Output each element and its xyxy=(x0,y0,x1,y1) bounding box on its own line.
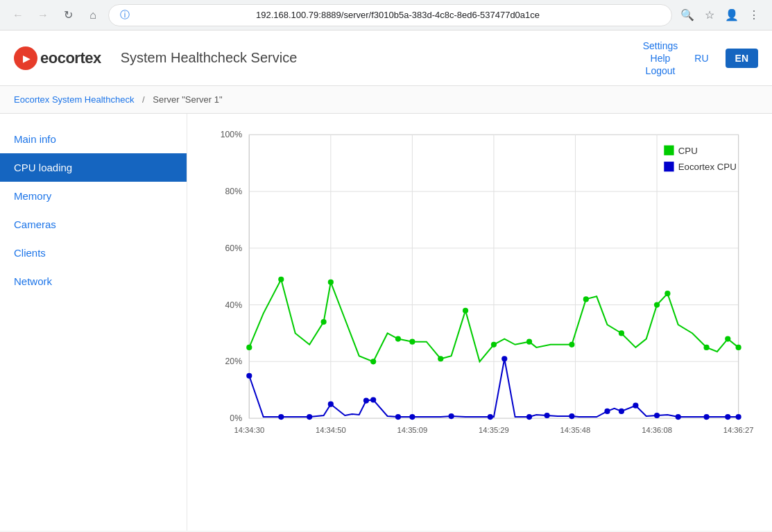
cpu-chart: 100% 80% 60% 40% 20% 0% 14:34:30 14:34:5… xyxy=(201,128,758,447)
chart-area: 100% 80% 60% 40% 20% 0% 14:34:30 14:34:5… xyxy=(187,114,772,531)
home-button[interactable]: ⌂ xyxy=(83,6,103,25)
cpu-point xyxy=(664,291,670,296)
header-nav: Settings Help Logout RU EN xyxy=(643,40,758,76)
breadcrumb-home[interactable]: Eocortex System Healthcheck xyxy=(14,94,134,105)
sidebar: Main info CPU loading Memory Cameras Cli… xyxy=(0,114,187,531)
eocortex-cpu-point xyxy=(654,413,660,418)
lang-ru-button[interactable]: RU xyxy=(689,50,714,67)
forward-button[interactable]: → xyxy=(33,6,53,25)
help-link[interactable]: Help xyxy=(651,53,671,64)
cpu-point xyxy=(246,345,252,350)
svg-text:80%: 80% xyxy=(225,187,243,196)
logo-icon xyxy=(14,46,37,70)
eocortex-cpu-point xyxy=(328,402,334,407)
eocortex-cpu-point xyxy=(526,414,532,420)
cpu-point xyxy=(619,330,624,336)
breadcrumb: Eocortex System Healthcheck / Server "Se… xyxy=(14,94,758,105)
cpu-point xyxy=(704,345,710,350)
eocortex-cpu-point xyxy=(501,356,507,361)
cpu-point xyxy=(725,336,730,342)
svg-text:14:34:50: 14:34:50 xyxy=(316,426,346,434)
eocortex-cpu-point xyxy=(676,414,681,420)
bookmark-button[interactable]: ☆ xyxy=(700,6,719,25)
cpu-point xyxy=(463,308,468,314)
cpu-point xyxy=(328,280,334,285)
sidebar-item-clients[interactable]: Clients xyxy=(0,239,187,267)
logo-area: eocortex System Healthcheck Service xyxy=(14,46,297,70)
logout-link[interactable]: Logout xyxy=(646,65,676,76)
cpu-point xyxy=(491,342,497,347)
svg-text:14:36:27: 14:36:27 xyxy=(723,426,754,434)
cpu-point xyxy=(583,296,589,302)
sidebar-item-memory[interactable]: Memory xyxy=(0,182,187,210)
profile-button[interactable]: 👤 xyxy=(722,6,741,25)
back-button[interactable]: ← xyxy=(8,6,28,25)
lang-en-button[interactable]: EN xyxy=(726,49,758,68)
cpu-point xyxy=(395,336,401,342)
info-icon: ⓘ xyxy=(120,9,130,22)
logo: eocortex xyxy=(14,46,101,70)
eocortex-cpu-point xyxy=(363,397,369,403)
cpu-point xyxy=(278,277,284,282)
logo-text: eocortex xyxy=(40,49,101,67)
sidebar-item-cameras[interactable]: Cameras xyxy=(0,210,187,239)
svg-text:14:35:09: 14:35:09 xyxy=(397,426,428,434)
breadcrumb-current: Server "Server 1" xyxy=(153,94,222,105)
svg-text:0%: 0% xyxy=(230,413,242,423)
eocortex-cpu-point xyxy=(395,414,401,420)
cpu-point xyxy=(370,359,376,364)
cpu-point xyxy=(526,339,532,345)
eocortex-cpu-point xyxy=(544,413,550,418)
address-bar[interactable]: ⓘ 192.168.100.79:8889/server/f3010b5a-38… xyxy=(108,4,672,26)
breadcrumb-separator: / xyxy=(142,94,145,105)
eocortex-cpu-point xyxy=(449,413,454,419)
breadcrumb-bar: Eocortex System Healthcheck / Server "Se… xyxy=(0,86,772,114)
eocortex-cpu-point xyxy=(725,414,730,420)
svg-text:14:35:48: 14:35:48 xyxy=(560,426,591,434)
cpu-point xyxy=(438,356,443,361)
svg-text:14:35:29: 14:35:29 xyxy=(479,426,509,434)
eocortex-cpu-point xyxy=(704,414,710,420)
eocortex-cpu-point xyxy=(633,403,638,409)
header-links: Settings Help Logout xyxy=(643,40,678,76)
url-text: 192.168.100.79:8889/server/f3010b5a-383d… xyxy=(135,10,660,20)
svg-text:14:36:08: 14:36:08 xyxy=(642,426,672,434)
svg-text:Eocortex CPU: Eocortex CPU xyxy=(678,162,737,172)
cpu-point xyxy=(409,339,415,345)
main-layout: Main info CPU loading Memory Cameras Cli… xyxy=(0,114,772,531)
eocortex-cpu-point xyxy=(619,409,624,414)
svg-text:60%: 60% xyxy=(225,243,243,253)
eocortex-cpu-point xyxy=(370,397,376,402)
cpu-point xyxy=(569,342,574,347)
eocortex-cpu-point xyxy=(307,414,312,420)
eocortex-cpu-point xyxy=(604,409,610,414)
eocortex-cpu-point xyxy=(736,414,741,420)
svg-text:14:34:30: 14:34:30 xyxy=(234,426,264,434)
eocortex-cpu-point xyxy=(246,373,252,379)
menu-button[interactable]: ⋮ xyxy=(744,6,764,25)
sidebar-item-cpu-loading[interactable]: CPU loading xyxy=(0,153,187,182)
cpu-point xyxy=(736,345,741,350)
svg-rect-29 xyxy=(664,162,674,171)
reload-button[interactable]: ↻ xyxy=(58,6,78,25)
eocortex-cpu-point xyxy=(278,414,284,420)
eocortex-cpu-point xyxy=(488,414,493,420)
eocortex-cpu-point xyxy=(409,414,415,420)
search-button[interactable]: 🔍 xyxy=(678,6,697,25)
svg-text:40%: 40% xyxy=(225,300,243,310)
eocortex-cpu-point xyxy=(569,413,574,419)
svg-text:100%: 100% xyxy=(221,130,242,139)
svg-text:20%: 20% xyxy=(225,357,243,366)
cpu-point xyxy=(654,302,660,307)
cpu-point xyxy=(321,319,327,325)
browser-chrome: ← → ↻ ⌂ ⓘ 192.168.100.79:8889/server/f30… xyxy=(0,0,772,31)
sidebar-item-main-info[interactable]: Main info xyxy=(0,125,187,153)
app-title: System Healthcheck Service xyxy=(121,50,298,66)
chart-container: 100% 80% 60% 40% 20% 0% 14:34:30 14:34:5… xyxy=(201,128,758,447)
settings-link[interactable]: Settings xyxy=(643,40,678,51)
browser-actions: 🔍 ☆ 👤 ⋮ xyxy=(678,6,764,25)
svg-text:CPU: CPU xyxy=(678,146,698,156)
sidebar-item-network[interactable]: Network xyxy=(0,267,187,295)
svg-rect-27 xyxy=(664,146,674,155)
app-header: eocortex System Healthcheck Service Sett… xyxy=(0,31,772,86)
